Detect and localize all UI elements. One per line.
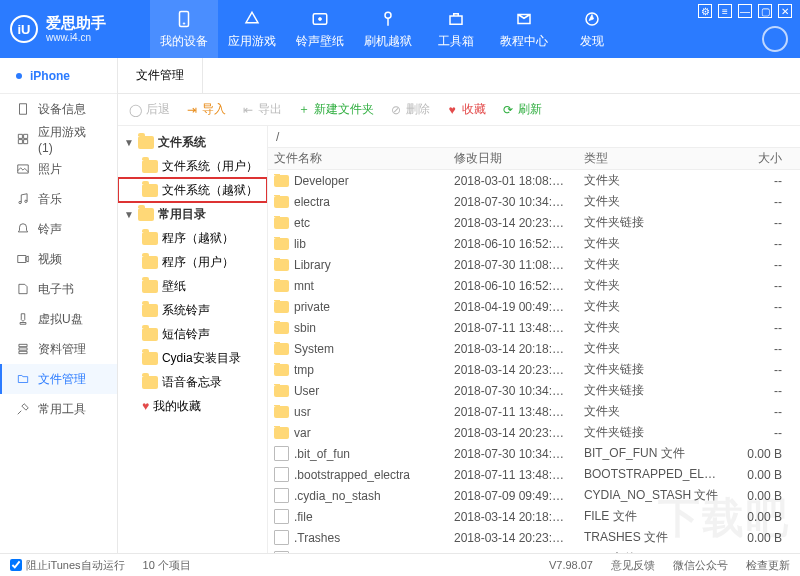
- file-row[interactable]: var2018-03-14 20:23:…文件夹链接--: [268, 422, 800, 443]
- file-icon: [274, 509, 289, 524]
- sidebar-item-filemgr[interactable]: 文件管理: [0, 364, 117, 394]
- favorite-button[interactable]: ♥收藏: [446, 101, 486, 118]
- file-row[interactable]: System2018-03-14 20:18:…文件夹--: [268, 338, 800, 359]
- settings-icon[interactable]: ⚙: [698, 4, 712, 18]
- svg-rect-5: [450, 16, 462, 24]
- tree-group-common[interactable]: ▼常用目录: [118, 202, 267, 226]
- tree-fs-user[interactable]: 文件系统（用户）: [118, 154, 267, 178]
- file-row[interactable]: lib2018-06-10 16:52:…文件夹--: [268, 233, 800, 254]
- file-row[interactable]: .bit_of_fun2018-07-30 10:34:…BIT_OF_FUN …: [268, 443, 800, 464]
- tab-file-manage[interactable]: 文件管理: [118, 58, 203, 93]
- download-button[interactable]: [762, 26, 788, 52]
- tree-prog-jb[interactable]: 程序（越狱）: [118, 226, 267, 250]
- tree-group-filesystem[interactable]: ▼文件系统: [118, 130, 267, 154]
- sidebar-item-music[interactable]: 音乐: [0, 184, 117, 214]
- check-update-link[interactable]: 检查更新: [746, 558, 790, 573]
- nav-edu[interactable]: 教程中心: [490, 0, 558, 58]
- tree-favorites[interactable]: ♥我的收藏: [118, 394, 267, 418]
- col-size[interactable]: 大小: [728, 150, 800, 167]
- sidebar-item-video[interactable]: 视频: [0, 244, 117, 274]
- file-row[interactable]: etc2018-03-14 20:23:…文件夹链接--: [268, 212, 800, 233]
- wechat-link[interactable]: 微信公众号: [673, 558, 728, 573]
- folder-icon: [142, 232, 158, 245]
- ringtone-icon: [16, 222, 30, 236]
- back-button[interactable]: ◯后退: [130, 101, 170, 118]
- file-row[interactable]: User2018-07-30 10:34:…文件夹链接--: [268, 380, 800, 401]
- col-date[interactable]: 修改日期: [448, 150, 578, 167]
- file-row[interactable]: .bootstrapped_electra2018-07-11 13:48:…B…: [268, 464, 800, 485]
- tree-wall[interactable]: 壁纸: [118, 274, 267, 298]
- sidebar-item-devinfo[interactable]: 设备信息: [0, 94, 117, 124]
- sidebar-item-datamgr[interactable]: 资料管理: [0, 334, 117, 364]
- import-button[interactable]: ⇥导入: [186, 101, 226, 118]
- folder-icon: [274, 259, 289, 271]
- sidebar-item-tools[interactable]: 常用工具: [0, 394, 117, 424]
- new-folder-button[interactable]: ＋新建文件夹: [298, 101, 374, 118]
- brand-site: www.i4.cn: [46, 32, 106, 43]
- version-label: V7.98.07: [549, 559, 593, 571]
- file-icon: [274, 467, 289, 482]
- file-row[interactable]: .Trashes2018-03-14 20:23:…TRASHES 文件0.00…: [268, 527, 800, 548]
- devinfo-icon: [16, 102, 30, 116]
- tree-prog-usr[interactable]: 程序（用户）: [118, 250, 267, 274]
- file-row[interactable]: private2018-04-19 00:49:…文件夹--: [268, 296, 800, 317]
- tab-bar: 文件管理: [118, 58, 800, 94]
- tree-cydia[interactable]: Cydia安装目录: [118, 346, 267, 370]
- file-row[interactable]: .cydia_no_stash2018-07-09 09:49:…CYDIA_N…: [268, 485, 800, 506]
- block-itunes-checkbox[interactable]: 阻止iTunes自动运行: [10, 558, 125, 573]
- nav-toolbox[interactable]: 工具箱: [422, 0, 490, 58]
- file-row[interactable]: usr2018-07-11 13:48:…文件夹--: [268, 401, 800, 422]
- folder-icon: [142, 328, 158, 341]
- sidebar-item-appgame[interactable]: 应用游戏 (1): [0, 124, 117, 154]
- photos-icon: [16, 162, 30, 176]
- path-bar[interactable]: /: [268, 126, 800, 148]
- file-row[interactable]: sbin2018-07-11 13:48:…文件夹--: [268, 317, 800, 338]
- menu-icon[interactable]: ≡: [718, 4, 732, 18]
- feedback-link[interactable]: 意见反馈: [611, 558, 655, 573]
- refresh-button[interactable]: ⟳刷新: [502, 101, 542, 118]
- sidebar-item-photos[interactable]: 照片: [0, 154, 117, 184]
- file-icon: [274, 446, 289, 461]
- file-row[interactable]: Library2018-07-30 11:08:…文件夹--: [268, 254, 800, 275]
- block-itunes-input[interactable]: [10, 559, 22, 571]
- toolbox-icon: [446, 9, 466, 29]
- file-row[interactable]: tmp2018-03-14 20:23:…文件夹链接--: [268, 359, 800, 380]
- file-list-header: 文件名称 修改日期 类型 大小: [268, 148, 800, 170]
- file-list: Developer2018-03-01 18:08:…文件夹--electra2…: [268, 170, 800, 553]
- nav-device[interactable]: 我的设备: [150, 0, 218, 58]
- folder-icon: [142, 160, 158, 173]
- file-row[interactable]: .file2018-03-14 20:18:…FILE 文件0.00 B: [268, 506, 800, 527]
- col-type[interactable]: 类型: [578, 150, 728, 167]
- export-button[interactable]: ⇤导出: [242, 101, 282, 118]
- nav-apps[interactable]: 应用游戏: [218, 0, 286, 58]
- tree-voice[interactable]: 语音备忘录: [118, 370, 267, 394]
- sidebar-item-udisk[interactable]: 虚拟U盘: [0, 304, 117, 334]
- sidebar-item-ebook[interactable]: 电子书: [0, 274, 117, 304]
- main-panel: 文件管理 ◯后退 ⇥导入 ⇤导出 ＋新建文件夹 ⊘删除 ♥收藏 ⟳刷新 ▼文件系…: [118, 58, 800, 553]
- sidebar-head[interactable]: iPhone: [0, 58, 117, 94]
- file-row[interactable]: Developer2018-03-01 18:08:…文件夹--: [268, 170, 800, 191]
- tree-smsring[interactable]: 短信铃声: [118, 322, 267, 346]
- nav-flash[interactable]: 刷机越狱: [354, 0, 422, 58]
- tree-sysring[interactable]: 系统铃声: [118, 298, 267, 322]
- tools-icon: [16, 402, 30, 416]
- minimize-icon[interactable]: —: [738, 4, 752, 18]
- folder-icon: [274, 406, 289, 418]
- file-row[interactable]: electra2018-07-30 10:34:…文件夹--: [268, 191, 800, 212]
- folder-icon: [274, 280, 289, 292]
- close-icon[interactable]: ✕: [778, 4, 792, 18]
- ebook-icon: [16, 282, 30, 296]
- file-row[interactable]: com.pwn20wnd.semirestor…2018-07-17 19:31…: [268, 548, 800, 553]
- folder-icon: [274, 175, 289, 187]
- nav-discover[interactable]: 发现: [558, 0, 626, 58]
- file-row[interactable]: mnt2018-06-10 16:52:…文件夹--: [268, 275, 800, 296]
- col-name[interactable]: 文件名称: [268, 150, 448, 167]
- nav-ring[interactable]: 铃声壁纸: [286, 0, 354, 58]
- folder-icon: [274, 385, 289, 397]
- folder-icon: [274, 217, 289, 229]
- delete-button[interactable]: ⊘删除: [390, 101, 430, 118]
- maximize-icon[interactable]: ▢: [758, 4, 772, 18]
- sidebar-item-ringtone[interactable]: 铃声: [0, 214, 117, 244]
- svg-point-3: [319, 17, 322, 20]
- tree-fs-jb[interactable]: 文件系统（越狱）: [118, 178, 267, 202]
